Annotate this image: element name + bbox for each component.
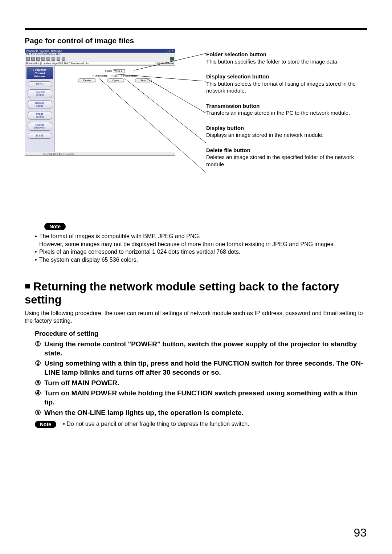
window-title: Panasonic Projector - Netscape bbox=[26, 50, 62, 52]
main-pane: Folder WG1 ▾ ○ Thumbnails ○ List ○ Prese… bbox=[55, 66, 175, 154]
annotations: Folder selection button This button spec… bbox=[206, 51, 362, 176]
note-item: The system can display 65 536 colors. bbox=[39, 256, 367, 264]
bottom-note: Note • Do not use a pencil or other frag… bbox=[35, 421, 367, 428]
step-3: ③Turn off MAIN POWER. bbox=[35, 379, 367, 388]
window-titlebar: Panasonic Projector - Netscape ▁▢✕ bbox=[25, 49, 175, 53]
note-item: The format of images is compatible with … bbox=[39, 232, 367, 240]
note-badge: Note bbox=[44, 223, 66, 230]
sidebar-item-change-password[interactable]: Change password bbox=[28, 122, 52, 131]
location-bar: Bookmarks Location: http://192.168.0.8/e… bbox=[25, 61, 175, 66]
note-badge: Note bbox=[35, 421, 56, 428]
toolbar-icon bbox=[57, 57, 60, 61]
radio-thumbnails[interactable]: ○ Thumbnails bbox=[92, 74, 107, 77]
step-2: ②Using something with a thin tip, press … bbox=[35, 359, 367, 377]
netscape-logo-icon bbox=[170, 57, 174, 61]
step-4: ④Turn on MAIN POWER while holding the FU… bbox=[35, 389, 367, 407]
toolbar-icon bbox=[26, 57, 30, 61]
toolbar-icon bbox=[41, 57, 45, 61]
toolbar-icon bbox=[46, 57, 50, 61]
menubar: File Edit View Go Window Help bbox=[25, 53, 175, 56]
bookmarks-label: Bookmarks bbox=[26, 62, 39, 65]
note-list: •The format of images is compatible with… bbox=[25, 232, 367, 264]
sidebar-item-network-setup[interactable]: Network set up bbox=[28, 100, 52, 109]
annotation-display: Display button Displays an image stored … bbox=[206, 125, 362, 139]
url-field: Location: http://192.168.0.8/en/menu/i.h… bbox=[40, 62, 155, 65]
annotation-folder-selection: Folder selection button This button spec… bbox=[206, 51, 362, 65]
folder-select[interactable]: WG1 ▾ bbox=[113, 69, 125, 73]
square-bullet-icon: ■ bbox=[25, 281, 30, 292]
step-1: ①Using the remote control "POWER" button… bbox=[35, 340, 367, 358]
related-label: What's Related bbox=[157, 62, 174, 65]
steps: ①Using the remote control "POWER" button… bbox=[35, 340, 367, 417]
window-controls-icon: ▁▢✕ bbox=[167, 49, 174, 52]
main-heading: ■Returning the network module setting ba… bbox=[25, 280, 367, 306]
annotation-display-selection: Display selection button This button sel… bbox=[206, 73, 362, 94]
browser-window: Panasonic Projector - Netscape ▁▢✕ File … bbox=[25, 49, 175, 156]
bottom-note-text: • Do not use a pencil or other fragile t… bbox=[63, 421, 249, 427]
toolbar bbox=[25, 56, 175, 61]
open-button[interactable]: Open bbox=[107, 78, 124, 82]
delete-button[interactable]: Delete bbox=[78, 78, 96, 82]
note-item: Pixels of an image correspond to horizon… bbox=[39, 248, 367, 256]
note-item-continuation: However, some images may not be displaye… bbox=[39, 241, 335, 247]
page-number: 93 bbox=[354, 526, 367, 539]
toolbar-icon bbox=[62, 57, 65, 61]
step-5: ⑤When the ON-LINE lamp lights up, the op… bbox=[35, 408, 367, 417]
radio-list[interactable]: ○ List bbox=[111, 74, 117, 77]
sidebar-item-japanese[interactable]: 日本語 bbox=[28, 133, 52, 139]
figure-area: Panasonic Projector - Netscape ▁▢✕ File … bbox=[25, 49, 367, 201]
sidebar-item-menu[interactable]: MENU bbox=[28, 81, 52, 87]
folder-label: Folder bbox=[105, 70, 112, 72]
annotation-transmission: Transmission button Transfers an image s… bbox=[206, 102, 362, 117]
sidebar: Projector Control Window MENU Projector … bbox=[25, 66, 55, 154]
section-title: Page for control of image files bbox=[25, 36, 367, 45]
status-bar: http://192.168.0.8/en/menu/i.htm bbox=[25, 152, 175, 155]
projector-control-window-label: Projector Control Window bbox=[26, 67, 53, 79]
annotation-delete-file: Delete file button Deletes an image stor… bbox=[206, 147, 362, 168]
toolbar-icon bbox=[52, 57, 55, 61]
procedure-title: Procedure of setting bbox=[35, 330, 367, 338]
toolbar-icon bbox=[31, 57, 35, 61]
radio-presentation[interactable]: ○ Presentation bbox=[121, 74, 138, 77]
send-button[interactable]: Send bbox=[135, 78, 152, 82]
toolbar-icon bbox=[36, 57, 40, 61]
intro-text: Using the following procedure, the user … bbox=[25, 309, 367, 325]
sidebar-item-image-control[interactable]: Image control bbox=[28, 111, 52, 120]
sidebar-item-projector-control[interactable]: Projector control bbox=[28, 89, 52, 98]
